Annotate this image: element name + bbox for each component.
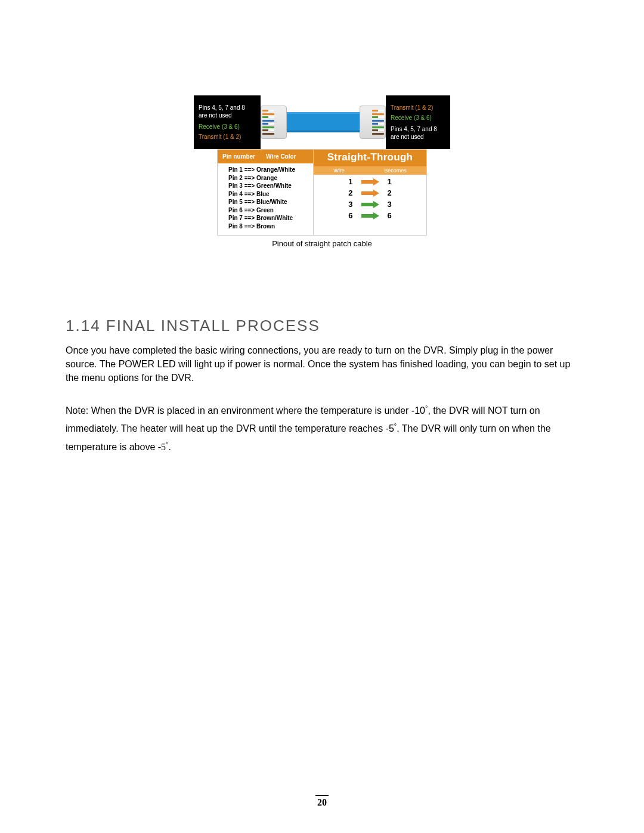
wire-to: 3	[388, 200, 392, 209]
straight-through-body: 1 1 2 2 3 3 6	[314, 175, 426, 225]
arrow-icon	[361, 179, 379, 184]
mapping-row: 6 6	[320, 211, 420, 220]
unused-pins-label-2: are not used	[199, 112, 257, 119]
page-number: 20	[315, 795, 329, 808]
note-not: NOT	[488, 405, 507, 416]
rj45-right-icon	[360, 106, 386, 139]
page-number-value: 20	[317, 797, 327, 807]
wire-to: 1	[388, 177, 392, 186]
straight-through-title: Straight-Through	[314, 150, 426, 166]
wire-from: 2	[348, 188, 352, 197]
arrow-icon	[361, 213, 379, 218]
mapping-row: 1 1	[320, 177, 420, 186]
cable-graphic	[261, 95, 386, 149]
pin-row: Pin 3 ==> Green/White	[228, 182, 307, 190]
pin-row: Pin 2 ==> Orange	[228, 174, 307, 182]
cable-illustration: Pins 4, 5, 7 and 8 are not used Receive …	[194, 95, 450, 149]
pin-row: Pin 5 ==> Blue/White	[228, 198, 307, 206]
pin-table-body: Pin 1 ==> Orange/White Pin 2 ==> Orange …	[218, 163, 313, 235]
header-color: Wire Color	[266, 153, 296, 160]
left-label-box: Pins 4, 5, 7 and 8 are not used Receive …	[194, 95, 261, 149]
unused-pins-label: Pins 4, 5, 7 and 8	[199, 104, 257, 112]
receive-label: Receive (3 & 6)	[391, 114, 447, 122]
arrow-icon	[361, 202, 379, 207]
wire-from: 3	[348, 200, 352, 209]
mapping-row: 3 3	[320, 200, 420, 209]
receive-label: Receive (3 & 6)	[199, 123, 257, 131]
transmit-label: Transmit (1 & 2)	[391, 104, 447, 112]
header-wire: Wire	[333, 168, 345, 174]
header-pin: Pin number	[222, 153, 255, 160]
note-minus5: -5	[158, 442, 166, 452]
pinout-diagram: Pins 4, 5, 7 and 8 are not used Receive …	[194, 95, 450, 248]
pin-number-table: Pin number Wire Color Pin 1 ==> Orange/W…	[218, 150, 314, 235]
note-label: Note:	[66, 405, 88, 416]
pin-row: Pin 1 ==> Orange/White	[228, 166, 307, 174]
wire-to: 6	[388, 211, 392, 220]
transmit-label: Transmit (1 & 2)	[199, 133, 257, 141]
right-label-box: Transmit (1 & 2) Receive (3 & 6) Pins 4,…	[386, 95, 450, 149]
mapping-row: 2 2	[320, 188, 420, 197]
cable-icon	[286, 112, 361, 132]
pin-row: Pin 7 ==> Brown/White	[228, 214, 307, 222]
diagram-caption: Pinout of straight patch cable	[194, 239, 450, 248]
note-paragraph: Note: When the DVR is placed in an envir…	[66, 402, 578, 457]
wire-from: 6	[348, 211, 352, 220]
unused-pins-label-2: are not used	[391, 133, 447, 141]
wire-to: 2	[388, 188, 392, 197]
pinout-tables: Pin number Wire Color Pin 1 ==> Orange/W…	[217, 149, 427, 236]
section-paragraph: Once you have completed the basic wiring…	[66, 343, 578, 385]
pin-row: Pin 4 ==> Blue	[228, 190, 307, 199]
note-text: .	[168, 442, 171, 452]
note-text: When the DVR is placed in an environment…	[88, 405, 425, 416]
page: Pins 4, 5, 7 and 8 are not used Receive …	[0, 0, 644, 833]
straight-through-table: Straight-Through Wire Becomes 1 1 2 2	[314, 150, 426, 235]
rj45-left-icon	[261, 106, 287, 139]
pin-row: Pin 8 ==> Brown	[228, 222, 307, 231]
header-becomes: Becomes	[384, 168, 407, 174]
pin-table-header: Pin number Wire Color	[218, 150, 313, 163]
arrow-icon	[361, 191, 379, 196]
note-text: , the DVR will	[428, 405, 487, 416]
straight-through-header: Wire Becomes	[314, 166, 426, 175]
wire-from: 1	[348, 177, 352, 186]
unused-pins-label: Pins 4, 5, 7 and 8	[391, 125, 447, 133]
pin-row: Pin 6 ==> Green	[228, 206, 307, 215]
section-heading: 1.14 FINAL INSTALL PROCESS	[66, 317, 578, 335]
page-number-rule	[315, 795, 329, 796]
